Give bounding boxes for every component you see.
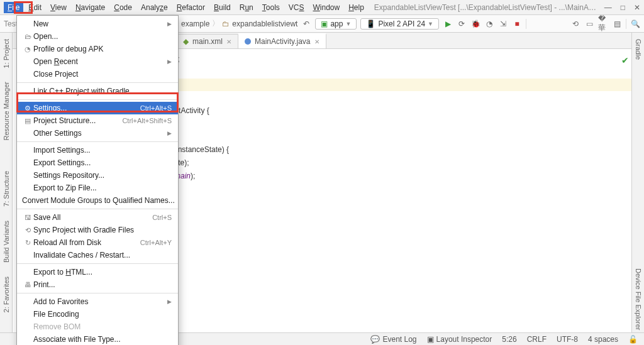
divider [526,19,526,29]
menu-open-recent[interactable]: Open Recent▶ [17,55,178,68]
device-selector[interactable]: 📱Pixel 2 API 24▼ [360,18,439,30]
menu-export-html[interactable]: Export to HTML... [17,266,178,278]
close-icon[interactable]: ✕ [314,38,319,45]
run-config-selector[interactable]: ▣app▼ [315,18,357,30]
cursor-position[interactable]: 5:26 [502,335,516,344]
menu-view[interactable]: View [47,2,70,13]
menu-convert-modules[interactable]: Convert Module Groups to Qualified Names… [17,194,178,207]
reload-icon: ↻ [22,239,33,247]
stop-icon[interactable]: ■ [512,19,522,29]
structure-icon: ▤ [22,117,33,125]
menu-sync-gradle[interactable]: ⟲Sync Project with Gradle Files [17,224,178,236]
breadcrumb-segment[interactable]: example [181,19,209,28]
sdk-icon[interactable]: �華 [598,19,608,29]
menu-refactor[interactable]: Refactor [173,2,209,13]
tab-main-xml[interactable]: ◆main.xml✕ [176,34,238,48]
menu-code[interactable]: Code [110,2,136,13]
tool-build-variants[interactable]: Build Variants [2,218,11,265]
window-title-path: ExpandableListViewTest [...\ExpandableLi… [374,3,598,12]
menu-remove-bom: Remove BOM [17,320,178,333]
breadcrumb[interactable]: 🗀 example 〉 🗀 expandablelistviewt [171,18,297,29]
menu-import-settings[interactable]: Import Settings... [17,144,178,156]
menu-add-favorites[interactable]: Add to Favorites▶ [17,295,178,308]
tab-mainactivity[interactable]: MainActivity.java✕ [238,33,326,48]
menu-export-zip[interactable]: Export to Zip File... [17,182,178,194]
menu-analyze[interactable]: Analyze [137,2,172,13]
close-window-icon[interactable]: ✕ [634,3,640,12]
menu-settings[interactable]: ⚙Settings...Ctrl+Alt+S [17,102,178,114]
menu-profile-apk[interactable]: ◔Profile or debug APK [17,43,178,55]
menu-invalidate-caches[interactable]: Invalidate Caches / Restart... [17,249,178,261]
inspection-ok-icon: ✔ [621,54,629,67]
run-icon[interactable]: ▶ [443,19,453,29]
menu-reload-disk[interactable]: ↻Reload All from DiskCtrl+Alt+Y [17,236,178,249]
file-menu-dropdown: New▶ 🗁Open... ◔Profile or debug APK Open… [16,15,179,345]
sync-icon[interactable]: ⟲ [570,19,580,29]
menu-run[interactable]: Run [236,2,257,13]
print-icon: 🖶 [22,281,33,288]
menu-save-all[interactable]: 🖫Save AllCtrl+S [17,211,178,224]
right-gutter: Gradle Device File Explorer [631,33,644,332]
menu-edit[interactable]: Edit [25,2,45,13]
event-log-button[interactable]: 💬Event Log [370,335,416,344]
tool-resource-manager[interactable]: Resource Manager [2,79,11,143]
java-class-icon [245,38,251,45]
menu-file-encoding[interactable]: File Encoding [17,308,178,320]
back-icon[interactable]: ↶ [301,19,311,29]
menu-associate-file-type[interactable]: Associate with File Type... [17,333,178,345]
layout-inspector-button[interactable]: ▣Layout Inspector [427,335,492,344]
menu-separator [17,263,178,264]
menu-print[interactable]: 🖶Print... [17,278,178,291]
menu-build[interactable]: Build [210,2,235,13]
menu-tools[interactable]: Tools [258,2,284,13]
menu-vcs[interactable]: VCS [285,2,308,13]
menu-link-cpp[interactable]: Link C++ Project with Gradle [17,85,178,97]
menubar: File Edit View Navigate Code Analyze Ref… [0,0,644,15]
file-encoding[interactable]: UTF-8 [557,335,578,344]
line-ending[interactable]: CRLF [527,335,547,344]
menu-export-settings[interactable]: Export Settings... [17,156,178,169]
debug-icon[interactable]: 🐞 [470,19,480,29]
search-icon[interactable]: 🔍 [630,19,640,29]
sync-icon: ⟲ [22,226,33,234]
lock-icon[interactable]: 🔓 [628,335,638,344]
breadcrumb-segment[interactable]: expandablelistviewt [232,19,297,28]
menu-other-settings[interactable]: Other Settings▶ [17,127,178,140]
menu-window[interactable]: Window [309,2,343,13]
balloon-icon: 💬 [370,335,380,344]
menu-separator [17,141,178,142]
xml-icon: ◆ [183,37,189,46]
structure-icon[interactable]: ▤ [612,19,622,29]
menu-file[interactable]: File [4,2,23,13]
menu-new[interactable]: New▶ [17,18,178,30]
apk-icon: ◔ [22,45,33,53]
inspect-icon: ▣ [427,335,434,344]
tool-project[interactable]: 1: Project [2,36,11,70]
left-gutter: 1: Project Resource Manager 7: Structure… [0,33,13,332]
menu-settings-repo[interactable]: Settings Repository... [17,169,178,182]
menu-open[interactable]: 🗁Open... [17,30,178,43]
menu-separator [17,209,178,209]
menu-navigate[interactable]: Navigate [72,2,109,13]
minimize-icon[interactable]: — [604,3,612,12]
avd-icon[interactable]: ▭ [584,19,594,29]
project-tab-label: Test [4,19,13,28]
menu-close-project[interactable]: Close Project [17,68,178,80]
apply-changes-icon[interactable]: ⟳ [457,19,467,29]
tool-device-file-explorer[interactable]: Device File Explorer [634,266,643,332]
tool-gradle[interactable]: Gradle [634,36,643,62]
menu-separator [17,99,178,100]
maximize-icon[interactable]: □ [621,3,625,12]
save-icon: 🖫 [22,214,33,221]
profile-icon[interactable]: ◔ [484,19,494,29]
tool-favorites[interactable]: 2: Favorites [2,274,11,315]
menu-help[interactable]: Help [345,2,368,13]
divider [626,19,626,29]
close-icon[interactable]: ✕ [226,38,231,45]
folder-open-icon: 🗁 [22,33,33,40]
folder-icon: 🗀 [222,19,230,28]
menu-project-structure[interactable]: ▤Project Structure...Ctrl+Alt+Shift+S [17,114,178,127]
indent-setting[interactable]: 4 spaces [588,335,618,344]
tool-structure[interactable]: 7: Structure [2,168,11,209]
attach-icon[interactable]: ⇲ [498,19,508,29]
